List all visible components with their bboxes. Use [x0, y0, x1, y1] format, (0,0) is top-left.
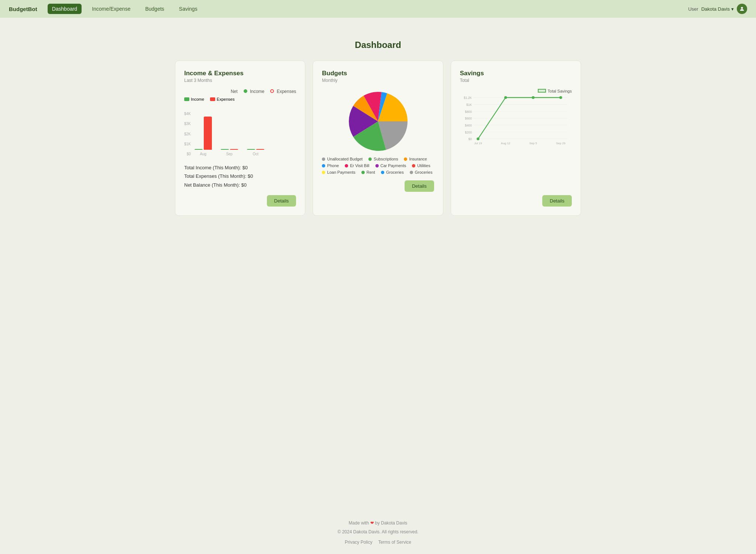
bar-sep-label: Sep	[226, 152, 233, 156]
dot-groceries-2	[410, 171, 413, 174]
svg-text:Sep 5: Sep 5	[529, 142, 537, 145]
dot-groceries-1	[381, 171, 384, 174]
dashboard-grid: Income & Expenses Last 3 Months Net Inco…	[175, 60, 581, 216]
budgets-card: Budgets Monthly	[313, 60, 443, 216]
dot-loan-payments	[322, 171, 325, 174]
dot-rent	[361, 171, 365, 174]
svg-text:$600: $600	[465, 117, 472, 120]
pie-legend: Unallocated Budget Subscriptions Insuran…	[322, 157, 434, 174]
legend-loan-payments: Loan Payments	[322, 170, 355, 174]
dot-unallocated	[322, 157, 325, 161]
footer-links: Privacy Policy Terms of Service	[0, 538, 756, 547]
svg-text:Sep 29: Sep 29	[556, 142, 566, 145]
privacy-policy-link[interactable]: Privacy Policy	[345, 538, 372, 547]
bar-oct-bars	[247, 149, 264, 150]
terms-of-service-link[interactable]: Terms of Service	[378, 538, 411, 547]
navbar: BudgetBot Dashboard Income/Expense Budge…	[0, 0, 756, 18]
savings-point-1	[504, 96, 507, 99]
bar-sep-income	[221, 149, 229, 150]
svg-text:Jul 19: Jul 19	[474, 142, 482, 145]
budgets-details-button[interactable]: Details	[405, 180, 434, 192]
summary-expenses: Total Expenses (This Month): $0	[184, 172, 296, 180]
bar-aug-bars	[195, 117, 212, 150]
legend-rent: Rent	[361, 170, 375, 174]
bar-sep-expense	[230, 149, 238, 150]
budgets-subtitle: Monthly	[322, 78, 434, 83]
chart-legend-top: Net Income Expenses	[184, 89, 296, 94]
legend-car-payments: Car Payments	[375, 163, 406, 168]
income-expense-card: Income & Expenses Last 3 Months Net Inco…	[175, 60, 305, 216]
net-label: Net	[231, 89, 238, 94]
legend-groceries-2: Groceries	[410, 170, 433, 174]
page-title: Dashboard	[355, 40, 401, 50]
bar-chart-area: Income Expenses $4K $3K $2K $1K $0	[184, 97, 296, 156]
expense-rect	[210, 97, 215, 101]
dot-car-payments	[375, 164, 379, 167]
bar-oct-label: Oct	[253, 152, 259, 156]
summary-net: Net Balance (This Month): $0	[184, 181, 296, 189]
bar-group-sep: Sep	[221, 149, 238, 156]
savings-chart: Total Savings $1.2K $1K $800 $600 $400 $…	[460, 89, 572, 189]
nav-budgets[interactable]: Budgets	[141, 4, 168, 14]
income-expense-details-button[interactable]: Details	[267, 195, 296, 207]
svg-text:$800: $800	[465, 110, 472, 114]
savings-card: Savings Total Total Savings $1.2K $1K $8…	[451, 60, 581, 216]
line-chart-svg: $1.2K $1K $800 $600 $400 $200 $0	[460, 95, 572, 146]
expense-bar-legend: Expenses	[210, 97, 234, 101]
svg-text:$1.2K: $1.2K	[464, 96, 472, 100]
user-label: User	[688, 6, 698, 12]
income-legend: Income	[244, 89, 265, 94]
bars-section: Aug Sep	[193, 112, 296, 156]
svg-point-0	[741, 7, 743, 9]
bar-group-oct: Oct	[247, 149, 264, 156]
heart-icon: ❤	[370, 520, 375, 526]
avatar[interactable]	[737, 4, 747, 14]
user-name-dropdown[interactable]: Dakota Davis ▾	[701, 6, 734, 12]
nav-user-section: User Dakota Davis ▾	[688, 4, 747, 14]
svg-text:$400: $400	[465, 124, 472, 127]
bar-group-aug: Aug	[195, 117, 212, 156]
savings-point-0	[477, 138, 479, 140]
bar-oct-income	[247, 149, 255, 150]
income-rect	[184, 97, 189, 101]
savings-details-button[interactable]: Details	[542, 195, 572, 207]
savings-point-2	[532, 96, 534, 99]
savings-legend-box	[538, 89, 546, 93]
bar-oct-expense	[256, 149, 264, 150]
nav-income-expense[interactable]: Income/Expense	[87, 4, 135, 14]
budgets-title: Budgets	[322, 70, 434, 77]
nav-savings[interactable]: Savings	[175, 4, 202, 14]
bar-aug-income	[195, 149, 203, 150]
dot-insurance	[404, 157, 407, 161]
svg-text:Aug 12: Aug 12	[501, 142, 510, 145]
income-bar-legend: Income	[184, 97, 204, 101]
legend-groceries-1: Groceries	[381, 170, 404, 174]
savings-title: Savings	[460, 70, 572, 77]
legend-insurance: Insurance	[404, 157, 427, 161]
nav-dashboard[interactable]: Dashboard	[48, 4, 82, 14]
legend-unallocated: Unallocated Budget	[322, 157, 362, 161]
expenses-legend: Expenses	[270, 89, 296, 94]
svg-text:$200: $200	[465, 131, 472, 134]
footer: Made with ❤ by Dakota Davis © 2024 Dakot…	[0, 508, 756, 554]
savings-point-3	[559, 96, 562, 99]
summary-income: Total Income (This Month): $0	[184, 163, 296, 172]
income-dot	[244, 89, 247, 93]
legend-utilities: Utilities	[412, 163, 430, 168]
footer-copyright: © 2024 Dakota Davis. All rights reserved…	[0, 527, 756, 536]
legend-phone: Phone	[322, 163, 339, 168]
savings-subtitle: Total	[460, 78, 572, 83]
main-content: Dashboard Income & Expenses Last 3 Month…	[0, 18, 756, 508]
pie-chart	[348, 92, 408, 151]
expenses-dot	[270, 89, 274, 93]
chevron-down-icon: ▾	[731, 6, 734, 12]
income-expense-title: Income & Expenses	[184, 70, 296, 77]
dot-phone	[322, 164, 325, 167]
legend-subscriptions: Subscriptions	[368, 157, 398, 161]
legend-er-visit: Er Visit Bill	[345, 163, 369, 168]
svg-text:$0: $0	[468, 137, 472, 141]
brand-logo: BudgetBot	[9, 6, 37, 12]
bar-chart-top-legend: Income Expenses	[184, 97, 296, 101]
svg-text:$1K: $1K	[466, 103, 472, 107]
savings-legend: Total Savings	[460, 89, 572, 93]
